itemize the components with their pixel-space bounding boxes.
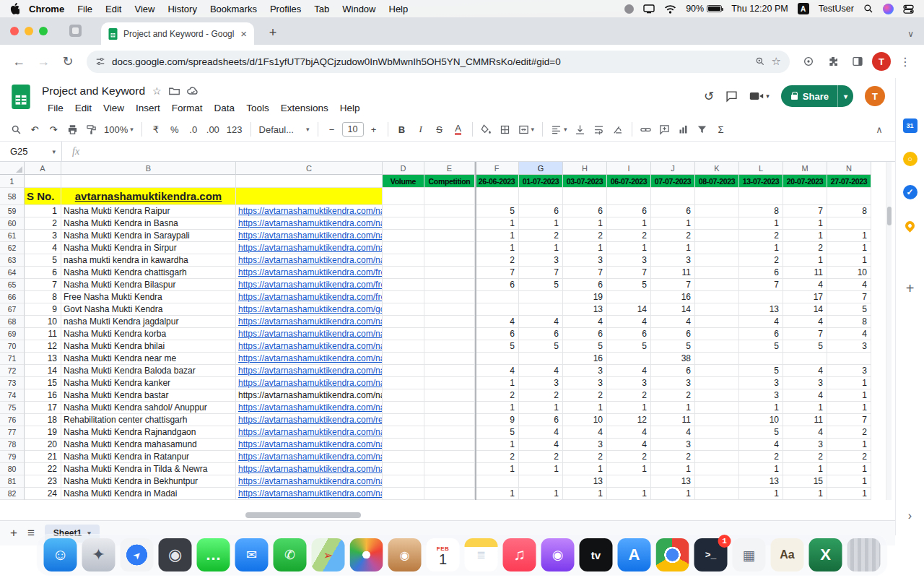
cell-E64[interactable] xyxy=(424,267,475,279)
cell-L58[interactable] xyxy=(739,188,783,205)
cell-H63[interactable]: 3 xyxy=(563,254,607,267)
cell-G69[interactable]: 6 xyxy=(519,328,563,340)
cell-G60[interactable]: 1 xyxy=(519,217,563,230)
dock-photo-booth-icon[interactable]: ◉ xyxy=(159,538,192,571)
cell-A80[interactable]: 22 xyxy=(25,463,61,475)
menubar-item-help[interactable]: Help xyxy=(383,4,415,14)
row-header-72[interactable]: 72 xyxy=(0,365,25,377)
cell-J1[interactable]: 07-07-2023 xyxy=(651,175,695,188)
cell-B71[interactable]: Nasha Mukti Kendra near me xyxy=(61,353,236,365)
forward-button[interactable]: → xyxy=(33,51,53,72)
cell-B62[interactable]: Nasha Mukti Kendra in Sirpur xyxy=(61,242,236,254)
cell-A74[interactable]: 16 xyxy=(25,389,61,402)
column-header-A[interactable]: A xyxy=(25,162,61,175)
cell-F59[interactable]: 5 xyxy=(475,205,519,217)
cell-M69[interactable]: 7 xyxy=(783,328,827,340)
cell-G72[interactable]: 4 xyxy=(519,365,563,377)
cell-J67[interactable]: 14 xyxy=(651,303,695,316)
account-avatar[interactable]: T xyxy=(865,86,885,106)
tab-search-chevron-icon[interactable]: ∨ xyxy=(907,29,914,39)
cell-F63[interactable]: 2 xyxy=(475,254,519,267)
wifi-icon[interactable] xyxy=(664,4,676,14)
cell-M65[interactable]: 4 xyxy=(783,279,827,291)
cell-B60[interactable]: Nasha Mukti Kendra in Basna xyxy=(61,217,236,230)
maps-pin-icon[interactable] xyxy=(903,218,918,233)
cell-F69[interactable]: 6 xyxy=(475,328,519,340)
decrease-decimal-button[interactable]: .0 xyxy=(185,121,202,138)
sheets-logo[interactable] xyxy=(12,82,33,118)
sheets-menu-extensions[interactable]: Extensions xyxy=(275,101,334,115)
cell-G79[interactable]: 2 xyxy=(519,451,563,463)
cell-J61[interactable]: 2 xyxy=(651,230,695,242)
cell-C72[interactable]: https://avtarnashamuktikendra.com/nasha xyxy=(236,365,383,377)
dock-app-store-icon[interactable]: A xyxy=(618,538,651,571)
cell-F68[interactable]: 4 xyxy=(475,316,519,328)
cell-I64[interactable]: 7 xyxy=(607,267,651,279)
cell-E71[interactable] xyxy=(424,353,475,365)
cell-J82[interactable]: 1 xyxy=(651,488,695,500)
horizontal-scrollbar-thumb[interactable] xyxy=(245,512,361,518)
cell-J79[interactable]: 2 xyxy=(651,451,695,463)
cell-E75[interactable] xyxy=(424,402,475,414)
cell-A76[interactable]: 18 xyxy=(25,414,61,426)
insert-chart-button[interactable] xyxy=(675,121,692,138)
currency-format-button[interactable]: ₹ xyxy=(147,121,165,138)
cell-C63[interactable]: https://avtarnashamuktikendra.com/nasha xyxy=(236,254,383,267)
cell-E63[interactable] xyxy=(424,254,475,267)
increase-decimal-button[interactable]: .00 xyxy=(204,121,222,138)
cell-J81[interactable]: 13 xyxy=(651,475,695,488)
cell-D58[interactable] xyxy=(383,188,424,205)
dock-notes-icon[interactable]: ≣ xyxy=(465,538,498,571)
cell-J73[interactable]: 3 xyxy=(651,377,695,389)
column-header-C[interactable]: C xyxy=(236,162,383,175)
cell-C73[interactable]: https://avtarnashamuktikendra.com/nasha xyxy=(236,377,383,389)
cell-B80[interactable]: Nasha Mukti Kendra in Tilda & Newra xyxy=(61,463,236,475)
decrease-font-size-button[interactable]: − xyxy=(323,121,341,138)
cell-N58[interactable] xyxy=(827,188,871,205)
italic-button[interactable]: I xyxy=(412,121,430,138)
cell-B59[interactable]: Nasha Mukti Kendra Raipur xyxy=(61,205,236,217)
cell-I72[interactable]: 4 xyxy=(607,365,651,377)
cell-K80[interactable] xyxy=(695,463,739,475)
cell-F72[interactable]: 4 xyxy=(475,365,519,377)
cell-C60[interactable]: https://avtarnashamuktikendra.com/nasha xyxy=(236,217,383,230)
cell-G70[interactable]: 5 xyxy=(519,340,563,353)
browser-menu-icon[interactable]: ⋮ xyxy=(895,51,915,72)
cell-B75[interactable]: Nasha Mukti Kendra sahdol/ Anuppur xyxy=(61,402,236,414)
cell-N68[interactable]: 8 xyxy=(827,316,871,328)
paint-format-button[interactable] xyxy=(82,121,100,138)
cell-L78[interactable]: 4 xyxy=(739,439,783,451)
keep-icon[interactable]: ○ xyxy=(903,152,918,166)
cell-E65[interactable] xyxy=(424,279,475,291)
dock-trash-icon[interactable] xyxy=(847,538,881,571)
cell-K63[interactable] xyxy=(695,254,739,267)
cell-C1[interactable] xyxy=(236,175,383,188)
cell-E67[interactable] xyxy=(424,303,475,316)
cell-D61[interactable] xyxy=(383,230,424,242)
cell-A78[interactable]: 20 xyxy=(25,439,61,451)
cell-F75[interactable]: 1 xyxy=(475,402,519,414)
percent-format-button[interactable]: % xyxy=(166,121,183,138)
cell-M59[interactable]: 7 xyxy=(783,205,827,217)
cell-G68[interactable]: 4 xyxy=(519,316,563,328)
share-button[interactable]: Share ▾ xyxy=(781,85,853,107)
cell-D72[interactable] xyxy=(383,365,424,377)
menubar-item-window[interactable]: Window xyxy=(336,4,382,14)
cell-D69[interactable] xyxy=(383,328,424,340)
cell-E74[interactable] xyxy=(424,389,475,402)
window-minimize-button[interactable] xyxy=(25,27,33,35)
cell-C74[interactable]: https://avtarnashamuktikendra.com/nasha xyxy=(236,389,383,402)
cell-L59[interactable]: 8 xyxy=(739,205,783,217)
sheets-menu-format[interactable]: Format xyxy=(166,101,209,115)
vertical-scrollbar[interactable] xyxy=(886,162,892,500)
cell-F82[interactable]: 1 xyxy=(475,488,519,500)
more-formats-button[interactable]: 123 xyxy=(224,121,245,138)
cell-C79[interactable]: https://avtarnashamuktikendra.com/nasha xyxy=(236,451,383,463)
text-rotate-button[interactable] xyxy=(609,121,627,138)
cell-G61[interactable]: 2 xyxy=(519,230,563,242)
dock-excel-icon[interactable]: X xyxy=(809,538,842,571)
cell-G1[interactable]: 01-07-2023 xyxy=(519,175,563,188)
cell-C77[interactable]: https://avtarnashamuktikendra.com/nasha xyxy=(236,426,383,439)
cell-D70[interactable] xyxy=(383,340,424,353)
row-header-66[interactable]: 66 xyxy=(0,291,25,303)
